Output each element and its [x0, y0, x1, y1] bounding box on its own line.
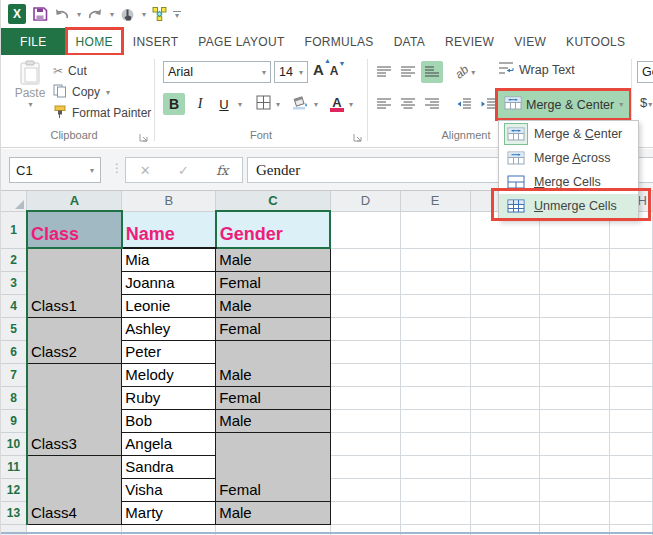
cell-a11[interactable]: Class4 — [27, 455, 122, 524]
row-header-8[interactable]: 8 — [1, 386, 27, 409]
decrease-indent-button[interactable] — [453, 93, 475, 115]
cell[interactable] — [330, 501, 400, 524]
menu-item-merge-center[interactable]: Merge & Center — [499, 122, 638, 146]
row-header-1[interactable]: 1 — [1, 211, 27, 248]
cell[interactable] — [610, 248, 653, 271]
cell[interactable] — [610, 271, 653, 294]
cell-b1[interactable]: Name — [122, 211, 216, 248]
cell-b8[interactable]: Ruby — [122, 386, 216, 409]
underline-button[interactable]: U — [215, 93, 233, 115]
tab-formulas[interactable]: FORMULAS — [295, 28, 384, 55]
cell-c13[interactable]: Male — [216, 501, 331, 524]
cell[interactable] — [330, 211, 400, 248]
borders-icon[interactable] — [256, 95, 271, 113]
cell[interactable] — [470, 248, 540, 271]
cell-c8[interactable]: Femal — [216, 386, 331, 409]
cell[interactable] — [330, 478, 400, 501]
cell-b13[interactable]: Marty — [122, 501, 216, 524]
column-header-b[interactable]: B — [122, 191, 216, 211]
middle-align-button[interactable] — [397, 61, 419, 83]
cell[interactable] — [470, 340, 540, 363]
grow-font-button[interactable]: A▲ — [313, 61, 324, 78]
row-header-4[interactable]: 4 — [1, 294, 27, 317]
row-header-11[interactable]: 11 — [1, 455, 27, 478]
tab-data[interactable]: DATA — [384, 28, 435, 55]
cell[interactable] — [400, 501, 470, 524]
tab-page-layout[interactable]: PAGE LAYOUT — [188, 28, 294, 55]
paste-button[interactable]: Paste ▾ — [9, 60, 51, 126]
cell[interactable] — [470, 271, 540, 294]
cell[interactable] — [470, 386, 540, 409]
bottom-align-button[interactable] — [421, 61, 443, 83]
cell[interactable] — [470, 432, 540, 455]
row-header-2[interactable]: 2 — [1, 248, 27, 271]
cell[interactable] — [540, 432, 610, 455]
select-all-corner[interactable] — [1, 191, 27, 211]
touch-mode-icon[interactable] — [120, 4, 135, 24]
redo-icon[interactable] — [87, 4, 103, 24]
cell-b10[interactable]: Angela — [122, 432, 216, 455]
cell[interactable] — [400, 386, 470, 409]
align-left-button[interactable] — [373, 93, 395, 115]
cell[interactable] — [470, 478, 540, 501]
tab-file[interactable]: FILE — [1, 28, 66, 55]
column-header-a[interactable]: A — [27, 191, 122, 211]
row-header-9[interactable]: 9 — [1, 409, 27, 432]
enter-icon[interactable]: ✓ — [178, 163, 189, 178]
cell[interactable] — [330, 248, 400, 271]
cell-a7[interactable]: Class3 — [27, 363, 122, 455]
cell[interactable] — [400, 363, 470, 386]
insert-function-icon[interactable]: fx — [216, 163, 228, 178]
number-format-combobox[interactable]: Ge — [637, 61, 653, 83]
merge-center-button[interactable]: Merge & Center ▾ — [498, 91, 629, 118]
cell[interactable] — [400, 340, 470, 363]
menu-item-merge-across[interactable]: Merge Across — [499, 146, 638, 170]
cell[interactable] — [540, 248, 610, 271]
row-header-12[interactable]: 12 — [1, 478, 27, 501]
cell[interactable] — [330, 409, 400, 432]
cell-c1[interactable]: Gender — [216, 211, 331, 248]
cell[interactable] — [330, 455, 400, 478]
cell[interactable] — [540, 455, 610, 478]
save-icon[interactable] — [32, 4, 48, 24]
cell[interactable] — [330, 340, 400, 363]
cell[interactable] — [610, 455, 653, 478]
cell[interactable] — [400, 317, 470, 340]
cell-c9[interactable]: Male — [216, 409, 331, 432]
cell-b4[interactable]: Leonie — [122, 294, 216, 317]
cell-c2[interactable]: Male — [216, 248, 331, 271]
cell-b9[interactable]: Bob — [122, 409, 216, 432]
cell[interactable] — [610, 340, 653, 363]
formula-bar-splitter[interactable]: ⋮ — [111, 161, 123, 175]
row-header-5[interactable]: 5 — [1, 317, 27, 340]
cell-b2[interactable]: Mia — [122, 248, 216, 271]
shrink-font-button[interactable]: A▼ — [330, 64, 339, 78]
accounting-format-button[interactable]: $▾ — [640, 95, 652, 110]
row-header-6[interactable]: 6 — [1, 340, 27, 363]
cell-c3[interactable]: Femal — [216, 271, 331, 294]
cell[interactable] — [330, 386, 400, 409]
cell-a2[interactable]: Class1 — [27, 248, 122, 317]
column-header-d[interactable]: D — [330, 191, 400, 211]
tab-view[interactable]: VIEW — [504, 28, 556, 55]
cell[interactable] — [540, 340, 610, 363]
column-header-c[interactable]: C — [216, 191, 331, 211]
row-header-10[interactable]: 10 — [1, 432, 27, 455]
format-painter-button[interactable]: Format Painter — [53, 103, 151, 123]
cut-button[interactable]: ✂ Cut — [53, 61, 87, 81]
cell[interactable] — [400, 409, 470, 432]
align-center-button[interactable] — [397, 93, 419, 115]
redo-dropdown-icon[interactable]: ▾ — [110, 10, 114, 19]
cell[interactable] — [540, 271, 610, 294]
tab-review[interactable]: REVIEW — [435, 28, 504, 55]
fill-color-dropdown-icon[interactable]: ▾ — [314, 100, 318, 109]
cell[interactable] — [330, 432, 400, 455]
align-right-button[interactable] — [421, 93, 443, 115]
orientation-dropdown-icon[interactable]: ▾ — [471, 68, 475, 77]
cell-c6[interactable]: Male — [216, 340, 331, 386]
cell[interactable] — [400, 478, 470, 501]
customize-qat-icon[interactable]: ▾ — [173, 11, 181, 18]
paste-dropdown-icon[interactable]: ▾ — [28, 100, 32, 109]
cell[interactable] — [330, 317, 400, 340]
cell-b3[interactable]: Joanna — [122, 271, 216, 294]
